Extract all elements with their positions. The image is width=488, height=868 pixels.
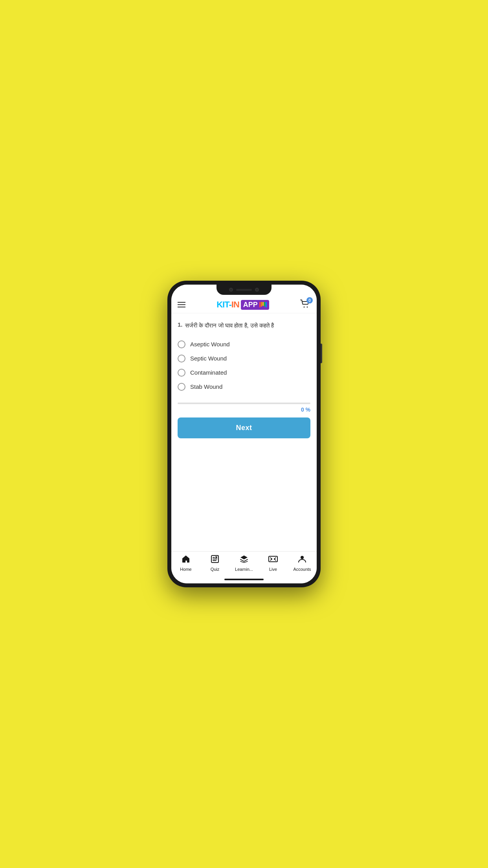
next-button[interactable]: Next [178,417,310,438]
front-camera-2 [255,288,259,292]
logo-kit-text: KIT- [216,300,231,310]
option-d-label: Stab Wound [190,383,222,390]
question-header: 1. सर्जरी के दौरान जो घाव होता है, उसे क… [178,321,310,338]
hamburger-menu[interactable] [178,302,185,307]
question-text: सर्जरी के दौरान जो घाव होता है, उसे कहते… [185,321,274,330]
option-b[interactable]: Septic Wound [178,355,310,362]
option-a-label: Aseptic Wound [190,341,230,348]
speaker [236,289,252,291]
nav-live-label: Live [269,567,277,572]
bottom-navigation: Home Quiz [171,551,317,576]
nav-live[interactable]: Live [259,555,288,572]
logo-app-text: APP [243,301,258,309]
progress-percent: 0 % [178,406,310,413]
phone-frame: KIT- IN APP [167,281,321,587]
svg-rect-8 [269,556,277,562]
live-icon [268,555,278,566]
options-list: Aseptic Wound Septic Wound Contaminated … [178,340,310,391]
progress-bar-container [178,403,310,404]
radio-c[interactable] [178,369,185,377]
option-d[interactable]: Stab Wound [178,383,310,391]
option-c[interactable]: Contaminated [178,369,310,377]
logo-in-text: IN [231,300,239,310]
home-indicator [171,576,317,583]
logo-app-box: APP [241,300,269,310]
quiz-icon [211,555,219,566]
nav-learning-label: Learnin... [235,567,253,572]
radio-d[interactable] [178,383,185,391]
learning-icon [240,555,248,566]
nav-home[interactable]: Home [171,555,200,572]
notch [216,285,272,295]
app-logo: KIT- IN APP [216,300,269,310]
radio-b[interactable] [178,355,185,362]
radio-a[interactable] [178,340,185,348]
svg-point-11 [301,556,304,559]
accounts-icon [298,555,306,566]
nav-home-label: Home [180,567,191,572]
nav-accounts-label: Accounts [293,567,311,572]
nav-accounts[interactable]: Accounts [288,555,317,572]
nav-quiz[interactable]: Quiz [200,555,229,572]
option-b-label: Septic Wound [190,355,227,362]
option-a[interactable]: Aseptic Wound [178,340,310,348]
nav-quiz-label: Quiz [211,567,220,572]
svg-point-0 [303,307,305,308]
home-indicator-bar [224,579,264,580]
app-header: KIT- IN APP [171,296,317,313]
progress-section: 0 % [178,403,310,413]
volume-button [321,344,322,363]
front-camera [229,288,233,292]
cart-badge: 0 [306,297,313,303]
phone-screen: KIT- IN APP [171,285,317,583]
cart-button[interactable]: 0 [300,300,310,310]
option-c-label: Contaminated [190,369,227,376]
logo-stripes [259,302,267,307]
quiz-content: 1. सर्जरी के दौरान जो घाव होता है, उसे क… [171,313,317,551]
svg-point-1 [306,307,308,308]
home-icon [182,555,190,566]
nav-learning[interactable]: Learnin... [229,555,259,572]
question-number: 1. [178,321,183,336]
